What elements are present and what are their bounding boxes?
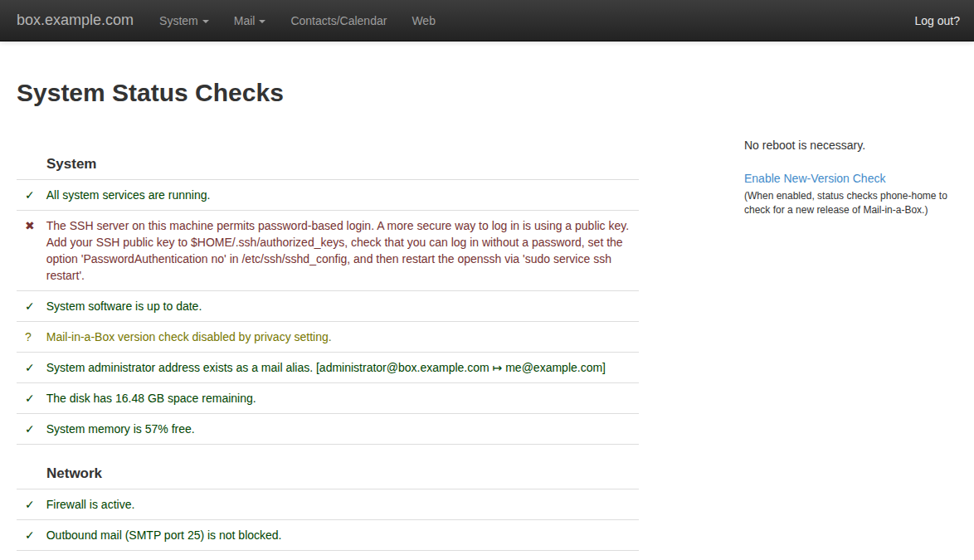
nav-item-label: Web (412, 14, 436, 27)
status-row: ?Mail-in-a-Box version check disabled by… (17, 322, 639, 353)
check-icon: ✓ (17, 489, 40, 520)
check-icon: ✓ (17, 414, 40, 445)
version-check-note: (When enabled, status checks phone-home … (744, 189, 957, 217)
check-icon: ✓ (17, 353, 40, 383)
status-message: Mail-in-a-Box version check disabled by … (40, 322, 639, 353)
check-icon: ✓ (17, 291, 40, 322)
status-message: Outbound mail (SMTP port 25) is not bloc… (40, 520, 639, 551)
status-row: ✓System memory is 57% free. (17, 414, 639, 445)
x-icon: ✖ (17, 211, 40, 291)
status-message: The SSH server on this machine permits p… (40, 211, 639, 291)
enable-version-check-link[interactable]: Enable New-Version Check (744, 172, 885, 185)
status-message: System administrator address exists as a… (40, 353, 639, 383)
nav-item-label: Contacts/Calendar (290, 14, 387, 27)
brand-link[interactable]: box.example.com (17, 12, 134, 29)
logout-link[interactable]: Log out? (915, 14, 961, 27)
section-heading-row: System (17, 135, 639, 180)
status-checks-table: System✓All system services are running.✖… (17, 135, 639, 551)
top-navbar: box.example.com System Mail Contacts/Cal… (0, 0, 974, 41)
status-row: ✓System software is up to date. (17, 291, 639, 322)
nav-item-system[interactable]: System (147, 0, 222, 41)
section-heading: System (17, 135, 639, 180)
nav-item-label: System (159, 14, 198, 27)
status-message: System software is up to date. (40, 291, 639, 322)
status-message: System memory is 57% free. (40, 414, 639, 445)
section-heading: Network (17, 445, 639, 489)
status-message: Firewall is active. (40, 489, 639, 520)
status-row: ✓System administrator address exists as … (17, 353, 639, 383)
reboot-status: No reboot is necessary. (744, 137, 957, 153)
page-title: System Status Checks (17, 79, 639, 107)
status-row: ✓Firewall is active. (17, 489, 639, 520)
check-icon: ✓ (17, 383, 40, 414)
section-heading-row: Network (17, 445, 639, 489)
status-row: ✖The SSH server on this machine permits … (17, 211, 639, 291)
sidebar: No reboot is necessary. Enable New-Versi… (744, 137, 957, 234)
status-message: The disk has 16.48 GB space remaining. (40, 383, 639, 414)
status-message: All system services are running. (40, 180, 639, 211)
caret-down-icon (202, 20, 209, 23)
status-row: ✓Outbound mail (SMTP port 25) is not blo… (17, 520, 639, 551)
status-row: ✓The disk has 16.48 GB space remaining. (17, 383, 639, 414)
main-content: System Status Checks System✓All system s… (17, 79, 639, 551)
caret-down-icon (259, 20, 265, 23)
check-icon: ✓ (17, 180, 40, 211)
check-icon: ✓ (17, 520, 40, 551)
question-icon: ? (17, 322, 40, 353)
nav-menu: System Mail Contacts/Calendar Web (147, 0, 448, 41)
nav-item-mail[interactable]: Mail (222, 0, 279, 41)
nav-item-label: Mail (234, 14, 256, 27)
status-row: ✓All system services are running. (17, 180, 639, 211)
nav-item-contacts-calendar[interactable]: Contacts/Calendar (278, 0, 399, 41)
nav-item-web[interactable]: Web (399, 0, 448, 41)
